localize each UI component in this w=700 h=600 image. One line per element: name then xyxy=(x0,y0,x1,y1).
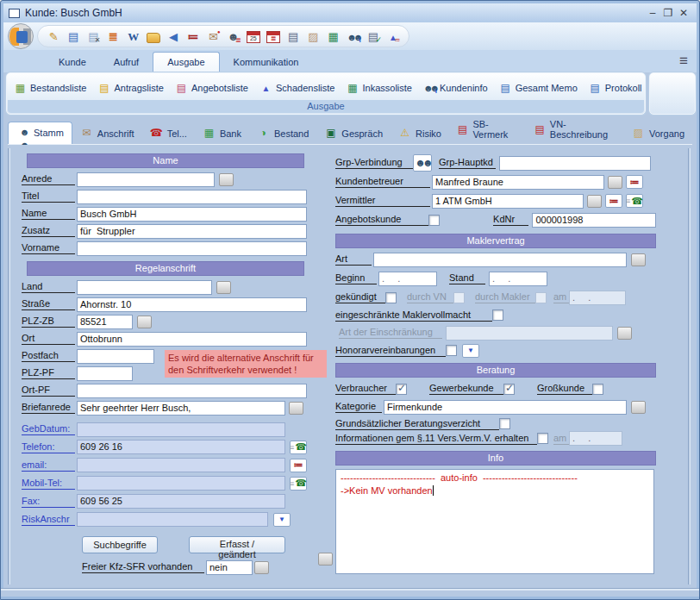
left-splitter[interactable] xyxy=(8,148,10,584)
edit-pencil-icon[interactable] xyxy=(47,29,60,44)
kundenbetreuer-input[interactable]: Manfred Braune xyxy=(432,175,604,190)
info-textarea[interactable]: ------------------------------ auto-info… xyxy=(335,469,654,574)
telefon-dial-button[interactable] xyxy=(290,441,307,454)
table-green-icon[interactable] xyxy=(326,29,340,44)
tab-aufruf[interactable]: Aufruf xyxy=(100,53,153,72)
schadensliste-button[interactable]: Schadensliste xyxy=(259,82,335,95)
vermittler-list-button[interactable] xyxy=(605,194,622,208)
tab-kunde[interactable]: Kunde xyxy=(45,53,100,72)
subtab-vn-beschreibung[interactable]: VN-Beschreibung xyxy=(526,116,624,144)
angebotsliste-button[interactable]: Angebotsliste xyxy=(175,82,248,95)
vermittler-lookup-button[interactable] xyxy=(587,195,602,208)
folder-icon[interactable] xyxy=(147,33,160,43)
postfach-input[interactable] xyxy=(77,349,154,364)
titel-input[interactable] xyxy=(77,190,307,204)
suchbegriffe-button[interactable]: Suchbegriffe xyxy=(82,536,158,553)
kfz-sfr-spin-button[interactable] xyxy=(254,561,269,574)
durch-vn-checkbox[interactable] xyxy=(453,292,465,303)
kundenbetreuer-lookup-button[interactable] xyxy=(608,176,622,189)
grp-verbindung-people-button[interactable] xyxy=(413,154,432,172)
close-button[interactable]: ✕ xyxy=(676,7,691,20)
riskanschr-link-label[interactable]: RiskAnschr xyxy=(22,514,75,526)
subtab-tel[interactable]: Tel... xyxy=(142,123,195,144)
anrede-lookup-button[interactable] xyxy=(219,173,234,186)
report-icon[interactable] xyxy=(286,29,300,44)
tab-ausgabe[interactable]: Ausgabe xyxy=(153,52,219,72)
kfz-sfr-input[interactable]: nein xyxy=(206,560,253,575)
ort-input[interactable]: Ottobrunn xyxy=(77,332,307,347)
vollmacht-checkbox[interactable] xyxy=(492,309,503,321)
document-check-icon[interactable] xyxy=(366,29,380,44)
plzzb-input[interactable]: 85521 xyxy=(77,315,133,329)
erfasst-geaendert-button[interactable]: Erfasst / geändert xyxy=(189,536,285,553)
person-report-icon[interactable] xyxy=(227,29,241,44)
subtab-vorgang[interactable]: Vorgang xyxy=(624,123,692,144)
fax-link-label[interactable]: Fax: xyxy=(22,496,75,508)
beginn-date-input[interactable]: . . xyxy=(378,272,437,286)
word-icon[interactable] xyxy=(127,29,141,44)
kundeninfo-button[interactable]: Kundeninfo xyxy=(423,82,488,95)
subtab-gespraech[interactable]: Gespräch xyxy=(316,123,391,144)
verbraucher-checkbox[interactable] xyxy=(396,384,407,395)
bestandsliste-button[interactable]: Bestandsliste xyxy=(14,82,86,95)
subtab-bank[interactable]: Bank xyxy=(195,123,249,144)
briefanrede-lookup-button[interactable] xyxy=(289,402,303,415)
zusatz-input[interactable]: für Struppler xyxy=(77,224,307,239)
subtab-stamm[interactable]: Stamm xyxy=(8,122,72,144)
anrede-input[interactable] xyxy=(77,172,215,187)
briefanrede-input[interactable]: Sehr geehrter Herr Busch, xyxy=(77,401,285,416)
info-side-button[interactable] xyxy=(318,553,333,566)
durch-makler-checkbox[interactable] xyxy=(535,292,547,303)
antragsliste-button[interactable]: Antragsliste xyxy=(97,82,163,95)
right-splitter[interactable] xyxy=(688,148,691,584)
plzzb-lookup-button[interactable] xyxy=(137,316,152,328)
plzpf-input[interactable] xyxy=(77,366,133,381)
document-tan-icon[interactable] xyxy=(306,29,320,44)
stand-date-input[interactable]: . . xyxy=(489,272,547,286)
grp-hauptkd-input[interactable] xyxy=(499,156,651,171)
grosskunde-checkbox[interactable] xyxy=(592,384,603,395)
email-link-label[interactable]: email: xyxy=(22,459,75,472)
inkassoliste-button[interactable]: Inkassoliste xyxy=(346,82,411,95)
honorar-dropdown-button[interactable] xyxy=(462,344,479,358)
gewerbekunde-checkbox[interactable] xyxy=(503,384,515,395)
calendar-day-icon[interactable] xyxy=(247,31,260,43)
mail-seal-icon[interactable] xyxy=(206,29,220,44)
strasse-input[interactable]: Ahornstr. 10 xyxy=(77,297,307,312)
honorar-checkbox[interactable] xyxy=(446,345,457,356)
art-input[interactable] xyxy=(373,253,627,267)
subtab-bestand[interactable]: Bestand xyxy=(249,123,316,144)
ortpf-input[interactable] xyxy=(77,384,307,398)
menu-hamburger-icon[interactable]: ≡ xyxy=(679,53,688,69)
land-lookup-button[interactable] xyxy=(216,281,231,294)
gesamt-memo-button[interactable]: Gesamt Memo xyxy=(499,82,578,95)
einschraenkung-lookup-button[interactable] xyxy=(617,327,632,340)
email-list-button[interactable] xyxy=(290,459,307,472)
kundenbetreuer-list-button[interactable] xyxy=(626,175,643,189)
mobil-dial-button[interactable] xyxy=(290,477,307,491)
gebdatum-link-label[interactable]: GebDatum: xyxy=(22,423,75,435)
restore-button[interactable]: ❐ xyxy=(660,7,676,20)
vermittler-input[interactable]: 1 ATM GmbH xyxy=(432,194,584,209)
vorname-input[interactable] xyxy=(77,241,307,256)
land-input[interactable] xyxy=(77,280,212,295)
people-info-icon[interactable] xyxy=(347,29,360,44)
back-arrow-icon[interactable] xyxy=(166,29,180,44)
minimize-button[interactable]: – xyxy=(645,7,660,20)
notes-icon[interactable] xyxy=(106,29,120,44)
mobil-link-label[interactable]: Mobil-Tel: xyxy=(22,478,75,490)
subtab-anschrift[interactable]: Anschrift xyxy=(72,123,142,144)
bullet-list-icon[interactable] xyxy=(186,29,200,44)
subtab-sb-vermerk[interactable]: SB-Vermerk xyxy=(449,116,526,144)
vermittler-dial-button[interactable] xyxy=(626,194,643,208)
art-lookup-button[interactable] xyxy=(631,253,646,266)
riskanschr-dropdown-button[interactable] xyxy=(273,513,291,527)
angebotskunde-checkbox[interactable] xyxy=(428,215,440,226)
verzicht-checkbox[interactable] xyxy=(499,418,510,429)
kategorie-lookup-button[interactable] xyxy=(631,401,646,414)
subtab-risiko[interactable]: Risiko xyxy=(391,123,449,144)
gekuendigt-checkbox[interactable] xyxy=(385,292,397,303)
info11-checkbox[interactable] xyxy=(537,433,548,444)
telefon-link-label[interactable]: Telefon: xyxy=(22,441,75,453)
save-icon[interactable] xyxy=(66,29,80,44)
